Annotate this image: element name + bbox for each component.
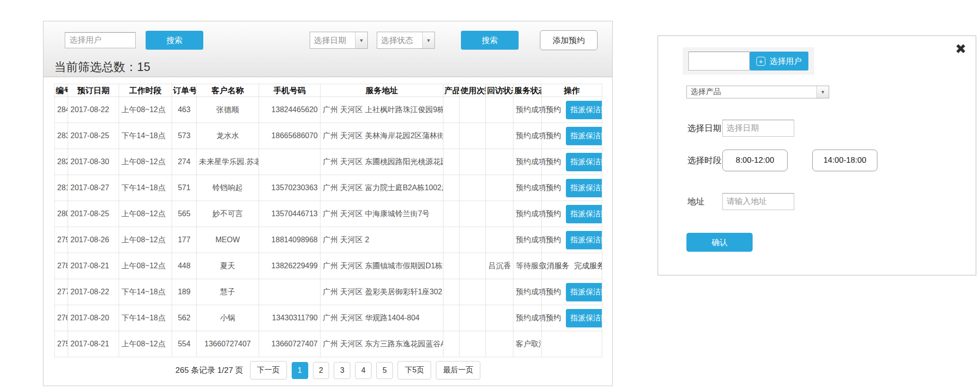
slot-afternoon-button[interactable]: 14:00-18:00 — [812, 150, 877, 171]
assign-cleaner-button[interactable]: 指派保洁师 — [566, 179, 602, 197]
cell-product — [443, 201, 460, 227]
chevron-down-icon: ▼ — [816, 86, 829, 98]
date-input[interactable] — [722, 120, 794, 137]
cell-customer: 未来星学乐园.苏老师 — [197, 149, 259, 175]
page-button[interactable]: 2 — [313, 362, 330, 379]
cell-usage — [460, 201, 486, 227]
status-filter-select[interactable]: 选择状态 ▼ — [377, 32, 435, 49]
table-row: 2832017-08-25下午14~18点573龙水水18665686070广州… — [55, 123, 602, 149]
cell-order: 448 — [172, 253, 197, 279]
cell-status: 预约成功 — [513, 227, 542, 253]
cell-followup — [486, 149, 513, 175]
page-button[interactable]: 下5页 — [398, 361, 431, 379]
add-booking-panel: ✖ + 选择用户 选择产品 ▼ 选择日期 选择时段 8:00-12:00 14:… — [658, 35, 976, 275]
cell-status: 预约成功 — [513, 149, 542, 175]
cell-phone: 13430311790 — [259, 305, 321, 331]
cell-followup — [486, 279, 513, 305]
cell-product — [443, 149, 460, 175]
cell-phone: 18665686070 — [259, 123, 321, 149]
row-action-link[interactable]: 完成服务 — [574, 261, 602, 271]
booking-list-panel: 搜索 选择日期 ▼ 选择状态 ▼ 搜索 添加预约 当前筛选总数：15 编号预订日… — [43, 21, 613, 386]
search-filter-button[interactable]: 搜索 — [461, 31, 519, 50]
cell-actions: 取消预约指派保洁师 — [542, 149, 602, 175]
cell-order: 562 — [172, 305, 197, 331]
confirm-button[interactable]: 确认 — [686, 233, 753, 252]
date-form-row: 选择日期 — [687, 120, 794, 137]
table-row: 2842017-08-22上午08~12点463张德顺13824465620广州… — [55, 97, 602, 123]
cell-followup — [486, 97, 513, 123]
cell-actions: 取消预约指派保洁师 — [542, 227, 602, 253]
cell-status: 预约成功 — [513, 175, 542, 201]
cell-actions: 取消预约指派保洁师 — [542, 201, 602, 227]
page-button[interactable]: 1 — [292, 362, 308, 379]
plus-icon: + — [756, 57, 765, 66]
row-action-link[interactable]: 取消预约 — [542, 131, 561, 141]
slot-morning-button[interactable]: 8:00-12:00 — [722, 150, 788, 171]
select-user-row: + 选择用户 — [683, 47, 814, 75]
cell-product — [443, 123, 460, 149]
page-button[interactable]: 5 — [376, 362, 393, 379]
cell-date: 2017-08-26 — [68, 227, 119, 253]
row-action-link[interactable]: 取消预约 — [542, 157, 561, 167]
row-action-link[interactable]: 取消预约 — [542, 287, 561, 297]
assign-cleaner-button[interactable]: 指派保洁师 — [566, 283, 602, 301]
assign-cleaner-button[interactable]: 指派保洁师 — [566, 127, 602, 145]
cell-address: 广州 天河区 富力院士庭B2A栋1002房 — [321, 175, 443, 201]
cell-order: 463 — [172, 97, 197, 123]
select-user-button[interactable]: + 选择用户 — [750, 52, 808, 71]
page-button[interactable]: 下一页 — [250, 361, 287, 379]
cell-id: 277 — [55, 279, 68, 305]
cell-customer: 13660727407 — [197, 331, 259, 357]
cell-phone: 13826229499 — [259, 253, 321, 279]
close-icon[interactable]: ✖ — [955, 43, 966, 56]
cell-actions: 取消预约指派保洁师 — [542, 305, 602, 331]
row-action-link[interactable]: 取消预约 — [542, 209, 561, 219]
cell-address: 广州 天河区 东圃镇城市假期园D1栋906 — [321, 253, 443, 279]
row-action-link[interactable]: 取消预约 — [542, 105, 561, 115]
cell-product — [443, 97, 460, 123]
select-user-label: 选择用户 — [770, 56, 802, 67]
page-button[interactable]: 3 — [334, 362, 350, 379]
cell-product — [443, 279, 460, 305]
cell-slot: 下午14~18点 — [119, 123, 172, 149]
cell-usage — [460, 123, 486, 149]
cell-usage — [460, 175, 486, 201]
date-filter-value: 选择日期 — [310, 35, 355, 46]
cell-followup — [486, 123, 513, 149]
assign-cleaner-button[interactable]: 指派保洁师 — [566, 153, 602, 171]
cell-product — [443, 227, 460, 253]
assign-cleaner-button[interactable]: 指派保洁师 — [566, 309, 602, 327]
row-action-link[interactable]: 取消预约 — [542, 235, 561, 245]
cell-usage — [460, 149, 486, 175]
selected-user-input[interactable] — [688, 52, 750, 71]
cell-id: 284 — [55, 97, 68, 123]
add-booking-button[interactable]: 添加预约 — [540, 30, 598, 50]
cell-product — [443, 305, 460, 331]
column-header: 编号 — [55, 84, 68, 97]
row-action-link[interactable]: 取消预约 — [542, 313, 561, 323]
address-input[interactable] — [722, 193, 794, 210]
cell-date: 2017-08-22 — [68, 279, 119, 305]
cell-phone: 13824465620 — [259, 97, 321, 123]
row-action-link[interactable]: 取消预约 — [542, 183, 561, 193]
assign-cleaner-button[interactable]: 指派保洁师 — [566, 101, 602, 119]
cell-status: 预约成功 — [513, 123, 542, 149]
assign-cleaner-button[interactable]: 指派保洁师 — [566, 231, 602, 249]
date-filter-select[interactable]: 选择日期 ▼ — [310, 32, 368, 49]
cell-phone — [259, 279, 321, 305]
table-row: 2762017-08-20下午14~18点562小锅13430311790广州 … — [55, 305, 602, 331]
chevron-down-icon: ▼ — [422, 32, 434, 48]
cell-phone: 13570446713 — [259, 201, 321, 227]
product-select[interactable]: 选择产品 ▼ — [686, 86, 829, 98]
cell-customer: MEOW — [197, 227, 259, 253]
cell-slot: 上午08~12点 — [119, 253, 172, 279]
cell-actions: 取消预约指派保洁师 — [542, 279, 602, 305]
assign-cleaner-button[interactable]: 指派保洁师 — [566, 205, 602, 223]
page-button[interactable]: 最后一页 — [436, 361, 480, 379]
page-button[interactable]: 4 — [355, 362, 372, 379]
row-action-link[interactable]: 取消服务 — [542, 261, 570, 271]
user-filter-input[interactable] — [65, 32, 136, 48]
table-row: 2792017-08-26上午08~12点177MEOW18814098968广… — [55, 227, 602, 253]
table-row: 2752017-08-21上午08~12点5541366072740713660… — [55, 331, 602, 357]
search-user-button[interactable]: 搜索 — [146, 31, 203, 50]
